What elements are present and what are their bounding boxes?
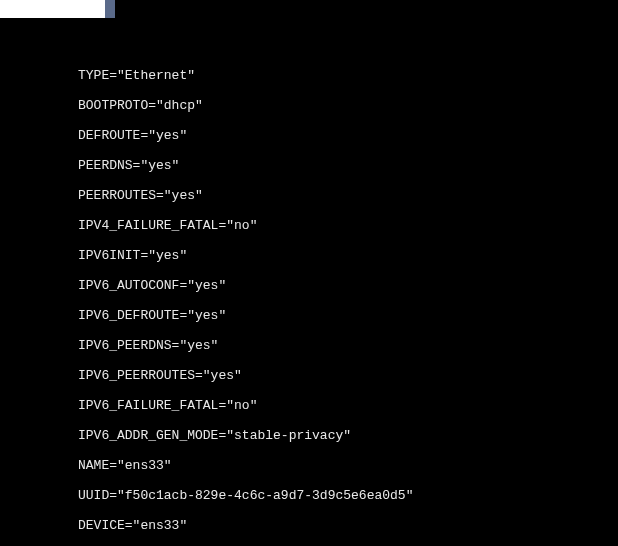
config-line: IPV6_DEFROUTE="yes" [78, 308, 618, 323]
tab-inactive[interactable] [105, 0, 115, 18]
config-line: IPV4_FAILURE_FATAL="no" [78, 218, 618, 233]
config-line: IPV6_FAILURE_FATAL="no" [78, 398, 618, 413]
config-line: BOOTPROTO="dhcp" [78, 98, 618, 113]
tab-active[interactable] [0, 0, 105, 18]
config-line: NAME="ens33" [78, 458, 618, 473]
config-line: IPV6_PEERDNS="yes" [78, 338, 618, 353]
config-line: TYPE="Ethernet" [78, 68, 618, 83]
config-line: UUID="f50c1acb-829e-4c6c-a9d7-3d9c5e6ea0… [78, 488, 618, 503]
config-line: DEFROUTE="yes" [78, 128, 618, 143]
terminal-content: TYPE="Ethernet" BOOTPROTO="dhcp" DEFROUT… [0, 18, 618, 546]
config-line: PEERDNS="yes" [78, 158, 618, 173]
config-line: IPV6_AUTOCONF="yes" [78, 278, 618, 293]
config-line: IPV6_PEERROUTES="yes" [78, 368, 618, 383]
tab-bar [0, 0, 618, 18]
config-line: IPV6INIT="yes" [78, 248, 618, 263]
config-line: IPV6_ADDR_GEN_MODE="stable-privacy" [78, 428, 618, 443]
config-line: PEERROUTES="yes" [78, 188, 618, 203]
config-line: DEVICE="ens33" [78, 518, 618, 533]
